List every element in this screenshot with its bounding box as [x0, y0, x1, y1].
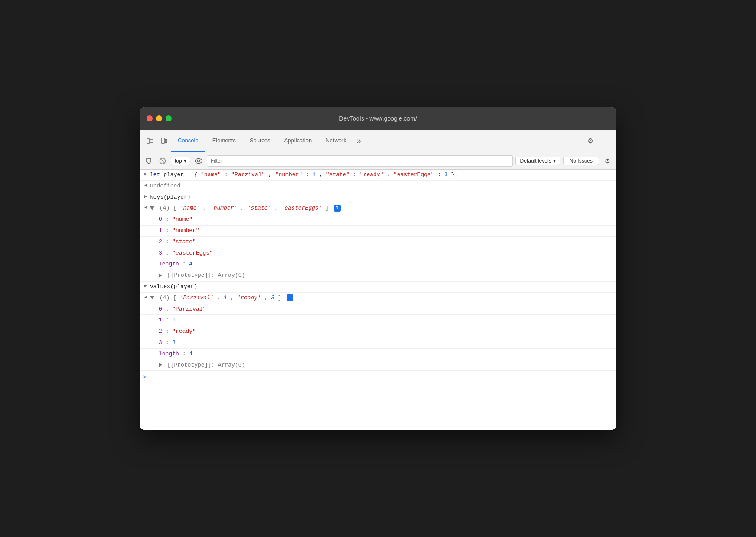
- console-line: 3 : 3: [140, 337, 616, 349]
- console-line: 0 : "name": [140, 214, 616, 226]
- console-line: 2 : "state": [140, 237, 616, 248]
- default-levels-button[interactable]: Default levels ▾: [515, 157, 560, 165]
- console-line: ◀ (4) [ 'name' , 'number' , 'state' , 'e…: [140, 203, 616, 214]
- clear-console-icon[interactable]: [143, 155, 154, 167]
- svg-point-6: [163, 142, 163, 143]
- collapse-arrow[interactable]: [150, 206, 154, 210]
- more-options-icon[interactable]: ⋮: [599, 134, 613, 148]
- tab-sources[interactable]: Sources: [243, 130, 277, 152]
- settings-icon[interactable]: ⚙: [583, 134, 597, 148]
- device-toolbar-icon[interactable]: [157, 134, 171, 148]
- console-input-row: >: [140, 371, 616, 384]
- context-selector[interactable]: top ▾: [171, 157, 190, 165]
- console-line: 1 : 1: [140, 315, 616, 326]
- console-line: ◀ (4) [ 'Parzival' , 1 , 'ready' , 3 ] i: [140, 293, 616, 304]
- svg-line-10: [160, 159, 165, 163]
- console-line: ▶ let player = { "name" : "Parzival" , "…: [140, 170, 616, 181]
- tab-console[interactable]: Console: [171, 130, 205, 152]
- expand-arrow[interactable]: [159, 273, 162, 278]
- info-badge[interactable]: i: [287, 294, 293, 301]
- console-line: length : 4: [140, 259, 616, 270]
- eye-icon[interactable]: [193, 155, 204, 167]
- svg-point-12: [197, 160, 199, 162]
- svg-rect-0: [147, 138, 149, 144]
- filter-input[interactable]: [207, 155, 513, 167]
- no-issues-button[interactable]: No Issues: [563, 157, 599, 165]
- tabs: Console Elements Sources Application Net…: [171, 130, 583, 152]
- console-line: 1 : "number": [140, 226, 616, 237]
- info-badge[interactable]: i: [334, 205, 341, 212]
- traffic-lights: [147, 115, 172, 121]
- input-prompt: >: [143, 373, 147, 382]
- tab-elements[interactable]: Elements: [205, 130, 243, 152]
- expand-arrow[interactable]: ▶: [141, 193, 150, 201]
- svg-rect-5: [165, 139, 167, 143]
- expand-arrow[interactable]: [159, 363, 162, 367]
- expand-arrow[interactable]: ▶: [141, 170, 150, 178]
- console-line: 2 : "ready": [140, 326, 616, 337]
- devtools-window: DevTools - www.google.com/ Console El: [140, 107, 616, 430]
- console-line: 3 : "easterEggs": [140, 248, 616, 259]
- sidebar-toggle-icon[interactable]: [143, 134, 157, 148]
- console-input[interactable]: [150, 374, 613, 381]
- console-line: [[Prototype]]: Array(0): [140, 360, 616, 371]
- expand-arrow[interactable]: ▶: [141, 282, 150, 290]
- maximize-button[interactable]: [166, 115, 172, 121]
- console-line: [[Prototype]]: Array(0): [140, 270, 616, 282]
- tab-application[interactable]: Application: [277, 130, 319, 152]
- output-arrow: ◀: [141, 294, 150, 301]
- stop-icon[interactable]: [157, 155, 168, 167]
- close-button[interactable]: [147, 115, 153, 121]
- more-tabs-button[interactable]: »: [353, 136, 365, 145]
- svg-point-11: [195, 158, 202, 163]
- tab-network[interactable]: Network: [319, 130, 353, 152]
- console-line: ◀ undefined: [140, 181, 616, 192]
- minimize-button[interactable]: [156, 115, 162, 121]
- output-arrow: ◀: [141, 182, 150, 190]
- tab-bar: Console Elements Sources Application Net…: [140, 130, 616, 152]
- window-title: DevTools - www.google.com/: [339, 115, 417, 122]
- titlebar: DevTools - www.google.com/: [140, 107, 616, 130]
- output-arrow: ◀: [141, 204, 150, 212]
- svg-marker-7: [147, 158, 151, 164]
- console-line: ▶ values(player): [140, 282, 616, 293]
- console-line: ▶ keys(player): [140, 192, 616, 203]
- console-line: length : 4: [140, 349, 616, 360]
- toolbar-right: ⚙ ⋮: [583, 134, 613, 148]
- collapse-arrow[interactable]: [150, 296, 154, 299]
- console-line: 0 : "Parzival": [140, 304, 616, 315]
- console-toolbar: top ▾ Default levels ▾ No Issues ⚙: [140, 152, 616, 170]
- console-settings-icon[interactable]: ⚙: [602, 155, 613, 167]
- console-output: ▶ let player = { "name" : "Parzival" , "…: [140, 170, 616, 430]
